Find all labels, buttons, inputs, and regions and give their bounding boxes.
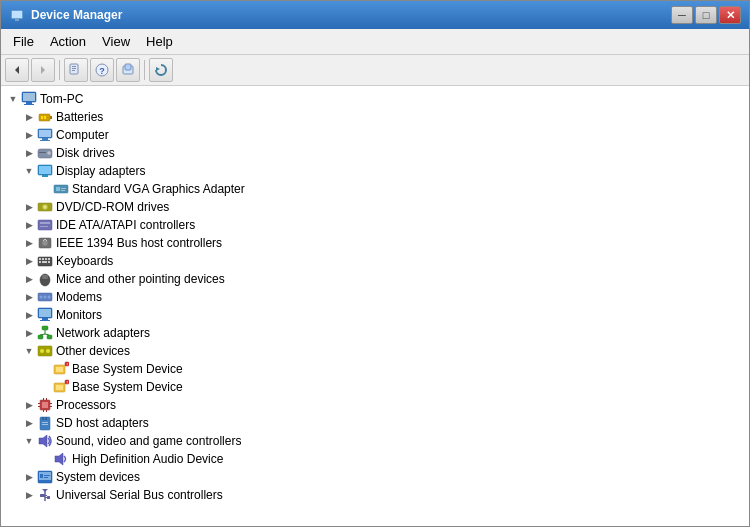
- tree-node-base1[interactable]: ▶ ! Base System Device: [1, 360, 749, 378]
- svg-line-67: [40, 334, 45, 335]
- tree-node-base2[interactable]: ▶ ! Base System Device: [1, 378, 749, 396]
- tree-node-batteries[interactable]: ▶ Batteries: [1, 108, 749, 126]
- expander-sysdevices[interactable]: ▶: [21, 469, 37, 485]
- ieee-label: IEEE 1394 Bus host controllers: [56, 236, 222, 250]
- svg-rect-51: [48, 261, 50, 263]
- sound-icon: [37, 433, 53, 449]
- ieee-icon: [37, 235, 53, 251]
- expander-other[interactable]: ▼: [21, 343, 37, 359]
- base1-label: Base System Device: [72, 362, 183, 376]
- svg-rect-7: [72, 68, 76, 69]
- vga-icon: [53, 181, 69, 197]
- minimize-button[interactable]: ─: [671, 6, 693, 24]
- tree-node-sd[interactable]: ▶ SD host adapters: [1, 414, 749, 432]
- warning2-icon: !: [53, 379, 69, 395]
- expander-ieee[interactable]: ▶: [21, 235, 37, 251]
- toolbar: ?: [1, 55, 749, 86]
- svg-rect-12: [125, 64, 131, 70]
- processors-label: Processors: [56, 398, 116, 412]
- menu-file[interactable]: File: [5, 31, 42, 52]
- menu-help[interactable]: Help: [138, 31, 181, 52]
- svg-rect-35: [61, 190, 65, 191]
- expander-diskdrives[interactable]: ▶: [21, 145, 37, 161]
- svg-rect-17: [24, 104, 34, 105]
- svg-rect-30: [39, 166, 51, 174]
- expander-root[interactable]: ▼: [5, 91, 21, 107]
- expander-keyboards[interactable]: ▶: [21, 253, 37, 269]
- expander-modems[interactable]: ▶: [21, 289, 37, 305]
- tree-node-audio[interactable]: ▶ High Definition Audio Device: [1, 450, 749, 468]
- tree-node-dvd[interactable]: ▶ DVD/CD-ROM drives: [1, 198, 749, 216]
- expander-processors[interactable]: ▶: [21, 397, 37, 413]
- tree-node-sound[interactable]: ▼ Sound, video and game controllers: [1, 432, 749, 450]
- device-manager-window: Device Manager ─ □ ✕ File Action View He…: [0, 0, 750, 527]
- expander-ide[interactable]: ▶: [21, 217, 37, 233]
- svg-rect-73: [56, 367, 63, 372]
- svg-marker-95: [39, 435, 47, 447]
- svg-rect-23: [39, 130, 51, 137]
- tree-node-modems[interactable]: ▶ Modems: [1, 288, 749, 306]
- forward-button[interactable]: [31, 58, 55, 82]
- window-controls: ─ □ ✕: [671, 6, 741, 24]
- keyboards-label: Keyboards: [56, 254, 113, 268]
- menu-action[interactable]: Action: [42, 31, 94, 52]
- usb-icon: [37, 487, 53, 503]
- svg-rect-25: [40, 140, 50, 141]
- svg-point-58: [48, 296, 51, 299]
- tree-node-computer[interactable]: ▶ Computer: [1, 126, 749, 144]
- tree-node-mice[interactable]: ▶ Mice and other pointing devices: [1, 270, 749, 288]
- expander-mice[interactable]: ▶: [21, 271, 37, 287]
- back-button[interactable]: [5, 58, 29, 82]
- menu-view[interactable]: View: [94, 31, 138, 52]
- maximize-button[interactable]: □: [695, 6, 717, 24]
- svg-rect-88: [43, 410, 44, 412]
- svg-rect-49: [39, 261, 41, 263]
- expander-dvd[interactable]: ▶: [21, 199, 37, 215]
- svg-rect-60: [39, 309, 51, 317]
- svg-rect-39: [38, 220, 52, 230]
- monitors-label: Monitors: [56, 308, 102, 322]
- tree-node-ieee[interactable]: ▶ IEEE 1394 Bus host controllers: [1, 234, 749, 252]
- expander-computer[interactable]: ▶: [21, 127, 37, 143]
- tree-node-network[interactable]: ▶ Network adapters: [1, 324, 749, 342]
- close-button[interactable]: ✕: [719, 6, 741, 24]
- vga-label: Standard VGA Graphics Adapter: [72, 182, 245, 196]
- expander-monitors[interactable]: ▶: [21, 307, 37, 323]
- up-button[interactable]: [116, 58, 140, 82]
- svg-rect-15: [23, 93, 35, 101]
- expander-batteries[interactable]: ▶: [21, 109, 37, 125]
- tree-node-sysdevices[interactable]: ▶ System devices: [1, 468, 749, 486]
- tree-node-diskdrives[interactable]: ▶ Disk drives: [1, 144, 749, 162]
- properties-button[interactable]: [64, 58, 88, 82]
- svg-rect-91: [42, 417, 44, 420]
- ide-label: IDE ATA/ATAPI controllers: [56, 218, 195, 232]
- menu-bar: File Action View Help: [1, 29, 749, 55]
- tree-node-monitors[interactable]: ▶ Monitors: [1, 306, 749, 324]
- window-title: Device Manager: [31, 8, 671, 22]
- batteries-icon: [37, 109, 53, 125]
- expander-network[interactable]: ▶: [21, 325, 37, 341]
- tree-node-root[interactable]: ▼ Tom-PC: [1, 90, 749, 108]
- expander-sd[interactable]: ▶: [21, 415, 37, 431]
- root-label: Tom-PC: [40, 92, 83, 106]
- tree-node-other[interactable]: ▼ Other devices: [1, 342, 749, 360]
- device-tree-panel[interactable]: ▼ Tom-PC ▶: [1, 86, 749, 526]
- refresh-button[interactable]: [149, 58, 173, 82]
- tree-node-keyboards[interactable]: ▶ Keyboards: [1, 252, 749, 270]
- svg-rect-6: [72, 66, 76, 67]
- svg-rect-65: [47, 335, 52, 339]
- tree-node-display[interactable]: ▼ Display adapters: [1, 162, 749, 180]
- svg-rect-77: [56, 385, 63, 390]
- tree-node-processors[interactable]: ▶ Processors: [1, 396, 749, 414]
- svg-point-56: [40, 296, 43, 299]
- tree-node-vga[interactable]: ▶ Standard VGA Graphics Adapter: [1, 180, 749, 198]
- tree-node-ide[interactable]: ▶ IDE ATA/ATAPI controllers: [1, 216, 749, 234]
- tree-node-usb[interactable]: ▶ Universal Serial Bus controllers: [1, 486, 749, 504]
- svg-marker-3: [15, 66, 19, 74]
- help-button[interactable]: ?: [90, 58, 114, 82]
- expander-sound[interactable]: ▼: [21, 433, 37, 449]
- svg-rect-64: [38, 335, 43, 339]
- sysdevices-label: System devices: [56, 470, 140, 484]
- expander-usb[interactable]: ▶: [21, 487, 37, 503]
- expander-display[interactable]: ▼: [21, 163, 37, 179]
